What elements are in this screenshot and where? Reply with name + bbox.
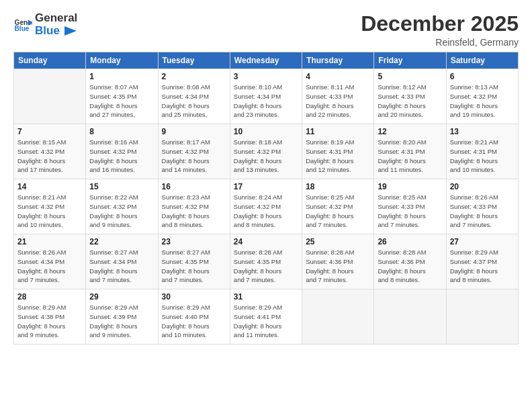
calendar-cell: 19Sunrise: 8:25 AMSunset: 4:33 PMDayligh… — [374, 179, 446, 234]
day-number: 11 — [306, 127, 370, 136]
calendar-cell — [446, 289, 518, 345]
calendar-cell: 25Sunrise: 8:28 AMSunset: 4:36 PMDayligh… — [302, 234, 374, 289]
day-info: Sunrise: 8:21 AMSunset: 4:31 PMDaylight:… — [450, 138, 515, 175]
day-number: 28 — [17, 292, 82, 302]
day-number: 21 — [17, 237, 82, 246]
svg-marker-4 — [64, 26, 77, 36]
col-saturday: Saturday — [446, 52, 518, 69]
calendar-cell: 30Sunrise: 8:29 AMSunset: 4:40 PMDayligh… — [158, 289, 230, 345]
page: General Blue General Blue December 2025 … — [0, 0, 532, 411]
location-subtitle: Reinsfeld, Germany — [361, 37, 519, 48]
header: General Blue General Blue December 2025 … — [13, 12, 519, 48]
calendar-cell: 24Sunrise: 8:28 AMSunset: 4:35 PMDayligh… — [230, 234, 302, 289]
calendar-cell: 18Sunrise: 8:25 AMSunset: 4:32 PMDayligh… — [302, 179, 374, 234]
day-info: Sunrise: 8:12 AMSunset: 4:33 PMDaylight:… — [378, 83, 442, 120]
day-info: Sunrise: 8:29 AMSunset: 4:39 PMDaylight:… — [89, 303, 154, 340]
logo-icon: General Blue — [13, 15, 32, 34]
day-number: 6 — [450, 72, 515, 81]
day-number: 30 — [162, 292, 226, 302]
day-number: 12 — [378, 127, 442, 136]
calendar-cell: 2Sunrise: 8:08 AMSunset: 4:34 PMDaylight… — [158, 69, 230, 124]
day-number: 2 — [162, 72, 226, 81]
day-number: 29 — [89, 292, 154, 302]
day-number: 8 — [89, 127, 154, 136]
day-info: Sunrise: 8:15 AMSunset: 4:32 PMDaylight:… — [17, 138, 82, 175]
calendar-cell: 12Sunrise: 8:20 AMSunset: 4:31 PMDayligh… — [374, 124, 446, 179]
calendar-cell: 23Sunrise: 8:27 AMSunset: 4:35 PMDayligh… — [158, 234, 230, 289]
day-info: Sunrise: 8:29 AMSunset: 4:37 PMDaylight:… — [450, 248, 515, 285]
calendar-week-row-2: 14Sunrise: 8:21 AMSunset: 4:32 PMDayligh… — [14, 179, 519, 234]
calendar-week-row-1: 7Sunrise: 8:15 AMSunset: 4:32 PMDaylight… — [14, 124, 519, 179]
calendar-cell — [374, 289, 446, 345]
day-info: Sunrise: 8:27 AMSunset: 4:35 PMDaylight:… — [162, 248, 226, 285]
calendar-cell: 6Sunrise: 8:13 AMSunset: 4:32 PMDaylight… — [446, 69, 518, 124]
calendar-week-row-4: 28Sunrise: 8:29 AMSunset: 4:38 PMDayligh… — [14, 289, 519, 345]
calendar-cell: 1Sunrise: 8:07 AMSunset: 4:35 PMDaylight… — [86, 69, 158, 124]
calendar-cell: 21Sunrise: 8:26 AMSunset: 4:34 PMDayligh… — [14, 234, 86, 289]
calendar-cell: 15Sunrise: 8:22 AMSunset: 4:32 PMDayligh… — [86, 179, 158, 234]
day-info: Sunrise: 8:18 AMSunset: 4:32 PMDaylight:… — [234, 138, 298, 175]
col-friday: Friday — [374, 52, 446, 69]
col-wednesday: Wednesday — [230, 52, 302, 69]
day-info: Sunrise: 8:22 AMSunset: 4:32 PMDaylight:… — [89, 193, 154, 230]
day-number: 16 — [162, 182, 226, 191]
calendar-cell: 20Sunrise: 8:26 AMSunset: 4:33 PMDayligh… — [446, 179, 518, 234]
day-info: Sunrise: 8:08 AMSunset: 4:34 PMDaylight:… — [162, 83, 226, 120]
calendar-cell: 28Sunrise: 8:29 AMSunset: 4:38 PMDayligh… — [14, 289, 86, 345]
day-number: 23 — [162, 237, 226, 246]
calendar-cell: 31Sunrise: 8:29 AMSunset: 4:41 PMDayligh… — [230, 289, 302, 345]
day-info: Sunrise: 8:11 AMSunset: 4:33 PMDaylight:… — [306, 83, 370, 120]
calendar-cell: 26Sunrise: 8:28 AMSunset: 4:36 PMDayligh… — [374, 234, 446, 289]
day-number: 18 — [306, 182, 370, 191]
day-info: Sunrise: 8:19 AMSunset: 4:31 PMDaylight:… — [306, 138, 370, 175]
day-number: 17 — [234, 182, 298, 191]
title-block: December 2025 Reinsfeld, Germany — [361, 12, 519, 48]
logo: General Blue General Blue — [13, 12, 77, 37]
day-info: Sunrise: 8:26 AMSunset: 4:33 PMDaylight:… — [450, 193, 515, 230]
day-number: 9 — [162, 127, 226, 136]
calendar-cell: 13Sunrise: 8:21 AMSunset: 4:31 PMDayligh… — [446, 124, 518, 179]
calendar-cell: 22Sunrise: 8:27 AMSunset: 4:34 PMDayligh… — [86, 234, 158, 289]
calendar-header-row: Sunday Monday Tuesday Wednesday Thursday… — [14, 52, 519, 69]
calendar-cell — [14, 69, 86, 124]
col-monday: Monday — [86, 52, 158, 69]
day-number: 22 — [89, 237, 154, 246]
day-info: Sunrise: 8:28 AMSunset: 4:35 PMDaylight:… — [234, 248, 298, 285]
day-info: Sunrise: 8:17 AMSunset: 4:32 PMDaylight:… — [162, 138, 226, 175]
day-number: 20 — [450, 182, 515, 191]
day-number: 24 — [234, 237, 298, 246]
day-info: Sunrise: 8:28 AMSunset: 4:36 PMDaylight:… — [378, 248, 442, 285]
day-info: Sunrise: 8:29 AMSunset: 4:41 PMDaylight:… — [234, 303, 298, 340]
day-number: 15 — [89, 182, 154, 191]
calendar-cell — [302, 289, 374, 345]
day-info: Sunrise: 8:25 AMSunset: 4:32 PMDaylight:… — [306, 193, 370, 230]
day-number: 3 — [234, 72, 298, 81]
day-info: Sunrise: 8:24 AMSunset: 4:32 PMDaylight:… — [234, 193, 298, 230]
day-number: 25 — [306, 237, 370, 246]
calendar-cell: 10Sunrise: 8:18 AMSunset: 4:32 PMDayligh… — [230, 124, 302, 179]
logo-text: General Blue — [35, 12, 77, 37]
day-info: Sunrise: 8:20 AMSunset: 4:31 PMDaylight:… — [378, 138, 442, 175]
day-info: Sunrise: 8:07 AMSunset: 4:35 PMDaylight:… — [89, 83, 154, 120]
day-info: Sunrise: 8:10 AMSunset: 4:34 PMDaylight:… — [234, 83, 298, 120]
calendar-table: Sunday Monday Tuesday Wednesday Thursday… — [13, 52, 519, 345]
calendar-week-row-0: 1Sunrise: 8:07 AMSunset: 4:35 PMDaylight… — [14, 69, 519, 124]
day-number: 26 — [378, 237, 442, 246]
day-info: Sunrise: 8:16 AMSunset: 4:32 PMDaylight:… — [89, 138, 154, 175]
day-number: 31 — [234, 292, 298, 302]
day-number: 7 — [17, 127, 82, 136]
day-number: 27 — [450, 237, 515, 246]
day-info: Sunrise: 8:26 AMSunset: 4:34 PMDaylight:… — [17, 248, 82, 285]
calendar-cell: 9Sunrise: 8:17 AMSunset: 4:32 PMDaylight… — [158, 124, 230, 179]
calendar-cell: 29Sunrise: 8:29 AMSunset: 4:39 PMDayligh… — [86, 289, 158, 345]
calendar-cell: 11Sunrise: 8:19 AMSunset: 4:31 PMDayligh… — [302, 124, 374, 179]
day-info: Sunrise: 8:27 AMSunset: 4:34 PMDaylight:… — [89, 248, 154, 285]
day-info: Sunrise: 8:28 AMSunset: 4:36 PMDaylight:… — [306, 248, 370, 285]
svg-text:Blue: Blue — [15, 25, 30, 32]
calendar-cell: 17Sunrise: 8:24 AMSunset: 4:32 PMDayligh… — [230, 179, 302, 234]
logo-arrow-icon — [64, 26, 77, 36]
day-info: Sunrise: 8:25 AMSunset: 4:33 PMDaylight:… — [378, 193, 442, 230]
day-info: Sunrise: 8:29 AMSunset: 4:38 PMDaylight:… — [17, 303, 82, 340]
day-number: 1 — [89, 72, 154, 81]
logo-blue: Blue — [35, 24, 60, 37]
